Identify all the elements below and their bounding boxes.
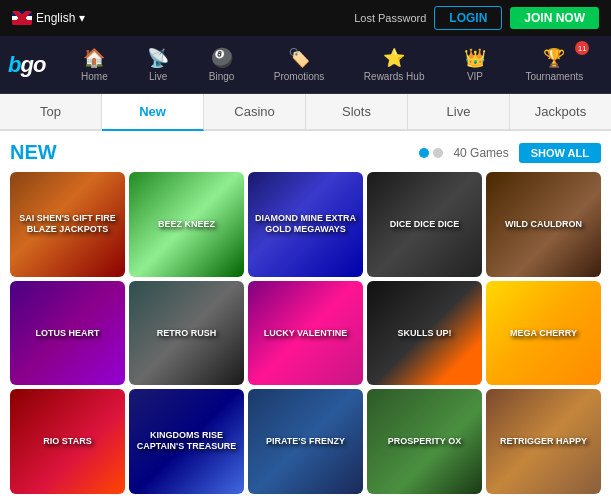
dot-2[interactable] bbox=[433, 148, 443, 158]
tab-new[interactable]: New bbox=[102, 94, 204, 131]
game-card-15[interactable]: Retrigger Happy bbox=[486, 389, 601, 494]
game-card-4[interactable]: Dice Dice Dice bbox=[367, 172, 482, 277]
nav-rewards-label: Rewards Hub bbox=[364, 71, 425, 82]
lost-password-link[interactable]: Lost Password bbox=[354, 12, 426, 24]
game-title-7: Retro Rush bbox=[135, 327, 239, 338]
content-area: NEW 40 Games SHOW ALL Sai Shen's Gift Fi… bbox=[0, 131, 611, 500]
game-title-14: Prosperity Ox bbox=[373, 436, 477, 447]
game-title-2: Beez Kneez bbox=[135, 219, 239, 230]
game-title-10: Mega Cherry bbox=[492, 327, 596, 338]
nav-item-home[interactable]: 🏠 Home bbox=[73, 43, 116, 86]
nav-bingo-label: Bingo bbox=[209, 71, 235, 82]
tournaments-badge: 11 bbox=[575, 41, 589, 55]
game-card-5[interactable]: Wild Cauldron bbox=[486, 172, 601, 277]
nav-item-rewards[interactable]: ⭐ Rewards Hub bbox=[356, 43, 433, 86]
game-card-1[interactable]: Sai Shen's Gift Fire Blaze Jackpots bbox=[10, 172, 125, 277]
language-selector[interactable]: English ▾ bbox=[12, 11, 85, 25]
game-title-9: Skulls Up! bbox=[373, 327, 477, 338]
game-title-12: Kingdoms Rise Captain's Treasure bbox=[135, 431, 239, 453]
nav-item-live[interactable]: 📡 Live bbox=[139, 43, 177, 86]
bingo-icon: 🎱 bbox=[211, 47, 233, 69]
nav-items: 🏠 Home 📡 Live 🎱 Bingo 🏷️ Promotions ⭐ Re… bbox=[61, 43, 603, 86]
game-title-8: Lucky Valentine bbox=[254, 327, 358, 338]
game-card-8[interactable]: Lucky Valentine bbox=[248, 281, 363, 386]
header-right: Lost Password LOGIN JOIN NOW bbox=[354, 6, 599, 30]
tournaments-icon: 🏆 bbox=[543, 47, 565, 69]
home-icon: 🏠 bbox=[83, 47, 105, 69]
game-title-15: Retrigger Happy bbox=[492, 436, 596, 447]
flag-icon bbox=[12, 11, 32, 25]
games-grid: Sai Shen's Gift Fire Blaze JackpotsBeez … bbox=[10, 172, 601, 494]
header: English ▾ Lost Password LOGIN JOIN NOW bbox=[0, 0, 611, 36]
tab-slots[interactable]: Slots bbox=[306, 94, 408, 129]
pagination-dots bbox=[419, 148, 443, 158]
section-header: NEW 40 Games SHOW ALL bbox=[10, 141, 601, 164]
nav-item-tournaments[interactable]: 🏆 Tournaments 11 bbox=[517, 43, 591, 86]
nav-promotions-label: Promotions bbox=[274, 71, 325, 82]
games-count: 40 Games bbox=[453, 146, 508, 160]
language-label: English bbox=[36, 11, 75, 25]
nav-item-vip[interactable]: 👑 VIP bbox=[456, 43, 494, 86]
logo: bgo bbox=[8, 52, 45, 78]
tab-casino[interactable]: Casino bbox=[204, 94, 306, 129]
game-title-5: Wild Cauldron bbox=[492, 219, 596, 230]
game-card-3[interactable]: Diamond Mine Extra Gold Megaways bbox=[248, 172, 363, 277]
game-title-13: Pirate's Frenzy bbox=[254, 436, 358, 447]
chevron-down-icon: ▾ bbox=[79, 11, 85, 25]
show-all-button[interactable]: SHOW ALL bbox=[519, 143, 601, 163]
game-card-14[interactable]: Prosperity Ox bbox=[367, 389, 482, 494]
live-icon: 📡 bbox=[147, 47, 169, 69]
game-card-12[interactable]: Kingdoms Rise Captain's Treasure bbox=[129, 389, 244, 494]
game-title-11: Rio Stars bbox=[16, 436, 120, 447]
section-right: 40 Games SHOW ALL bbox=[419, 143, 601, 163]
main-nav: bgo 🏠 Home 📡 Live 🎱 Bingo 🏷️ Promotions … bbox=[0, 36, 611, 94]
game-tabs: Top New Casino Slots Live Jackpots bbox=[0, 94, 611, 131]
game-card-10[interactable]: Mega Cherry bbox=[486, 281, 601, 386]
game-title-1: Sai Shen's Gift Fire Blaze Jackpots bbox=[16, 213, 120, 235]
rewards-icon: ⭐ bbox=[383, 47, 405, 69]
tab-top[interactable]: Top bbox=[0, 94, 102, 129]
game-title-3: Diamond Mine Extra Gold Megaways bbox=[254, 213, 358, 235]
nav-item-promotions[interactable]: 🏷️ Promotions bbox=[266, 43, 333, 86]
login-button[interactable]: LOGIN bbox=[434, 6, 502, 30]
game-title-6: Lotus Heart bbox=[16, 327, 120, 338]
game-card-7[interactable]: Retro Rush bbox=[129, 281, 244, 386]
nav-tournaments-label: Tournaments bbox=[525, 71, 583, 82]
nav-vip-label: VIP bbox=[467, 71, 483, 82]
nav-live-label: Live bbox=[149, 71, 167, 82]
game-card-11[interactable]: Rio Stars bbox=[10, 389, 125, 494]
game-card-9[interactable]: Skulls Up! bbox=[367, 281, 482, 386]
nav-home-label: Home bbox=[81, 71, 108, 82]
tab-live[interactable]: Live bbox=[408, 94, 510, 129]
nav-item-bingo[interactable]: 🎱 Bingo bbox=[201, 43, 243, 86]
game-title-4: Dice Dice Dice bbox=[373, 219, 477, 230]
game-card-13[interactable]: Pirate's Frenzy bbox=[248, 389, 363, 494]
vip-icon: 👑 bbox=[464, 47, 486, 69]
section-title: NEW bbox=[10, 141, 57, 164]
promotions-icon: 🏷️ bbox=[288, 47, 310, 69]
tab-jackpots[interactable]: Jackpots bbox=[510, 94, 611, 129]
game-card-6[interactable]: Lotus Heart bbox=[10, 281, 125, 386]
dot-1[interactable] bbox=[419, 148, 429, 158]
game-card-2[interactable]: Beez Kneez bbox=[129, 172, 244, 277]
join-button[interactable]: JOIN NOW bbox=[510, 7, 599, 29]
